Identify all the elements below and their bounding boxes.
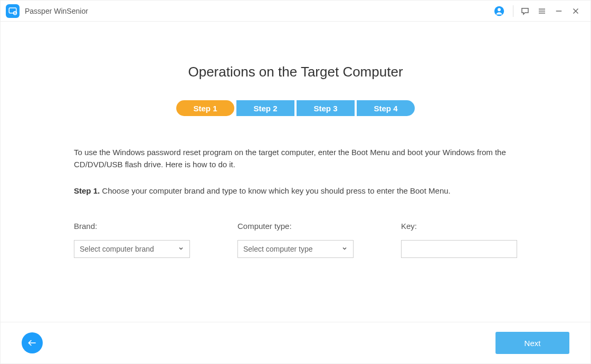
svg-rect-0	[9, 8, 16, 13]
brand-column: Brand: Select computer brand	[74, 222, 190, 258]
brand-select-placeholder: Select computer brand	[80, 245, 154, 253]
main-content: Operations on the Target Computer Step 1…	[1, 22, 590, 322]
form-row: Brand: Select computer brand Computer ty…	[74, 222, 517, 258]
app-logo-icon	[6, 4, 20, 18]
step-pill-4[interactable]: Step 4	[357, 100, 415, 116]
step1-prefix: Step 1.	[74, 186, 100, 195]
next-button-label: Next	[525, 339, 541, 348]
step-pill-1[interactable]: Step 1	[176, 100, 234, 116]
type-select[interactable]: Select computer type	[237, 240, 354, 258]
title-bar: Passper WinSenior	[1, 1, 590, 22]
svg-point-3	[498, 8, 501, 11]
intro-text: To use the Windows password reset progra…	[74, 147, 517, 170]
key-label: Key:	[401, 222, 517, 231]
minimize-icon[interactable]	[550, 3, 567, 20]
type-column: Computer type: Select computer type	[237, 222, 354, 258]
chevron-down-icon	[341, 245, 348, 253]
type-select-placeholder: Select computer type	[243, 245, 313, 253]
step-pill-3[interactable]: Step 3	[297, 100, 355, 116]
page-title: Operations on the Target Computer	[188, 64, 403, 80]
chevron-down-icon	[178, 245, 184, 253]
app-title: Passper WinSenior	[25, 7, 88, 15]
feedback-icon[interactable]	[517, 3, 533, 20]
step1-instruction: Step 1. Choose your computer brand and t…	[74, 185, 517, 197]
steps-bar: Step 1 Step 2 Step 3 Step 4	[176, 100, 415, 116]
account-icon[interactable]	[491, 3, 508, 20]
key-output	[401, 240, 517, 258]
arrow-left-icon	[27, 338, 37, 348]
next-button[interactable]: Next	[495, 332, 569, 354]
step-pill-2[interactable]: Step 2	[236, 100, 294, 116]
title-divider	[513, 5, 513, 17]
menu-icon[interactable]	[533, 3, 550, 20]
back-button[interactable]	[22, 332, 43, 353]
key-column: Key:	[401, 222, 517, 258]
step1-text: Choose your computer brand and type to k…	[100, 186, 451, 195]
close-icon[interactable]	[567, 3, 584, 20]
footer: Next	[1, 322, 590, 363]
type-label: Computer type:	[237, 222, 354, 231]
brand-select[interactable]: Select computer brand	[74, 240, 190, 258]
brand-label: Brand:	[74, 222, 190, 231]
